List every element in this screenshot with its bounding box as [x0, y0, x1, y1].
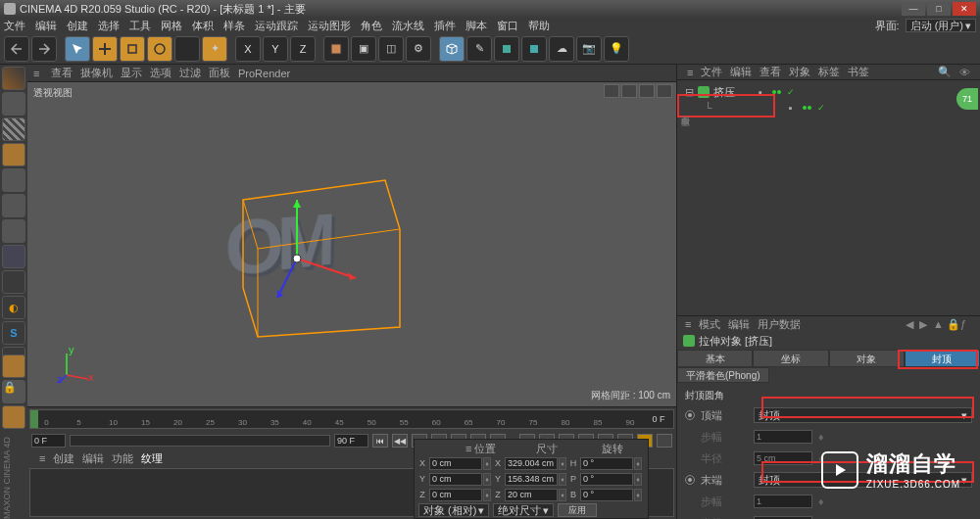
make-editable-icon[interactable] — [2, 67, 25, 90]
snap-icon[interactable]: S — [2, 321, 25, 345]
attr-fwd-icon[interactable]: ▶ — [919, 318, 931, 330]
texture-mode-icon[interactable] — [2, 118, 25, 141]
poly-mode-icon[interactable] — [2, 219, 25, 243]
mat-func[interactable]: 功能 — [112, 451, 133, 466]
render-region[interactable]: ◫ — [378, 36, 404, 62]
menu-select[interactable]: 选择 — [98, 19, 120, 33]
om-bookmarks[interactable]: 书签 — [848, 65, 869, 79]
apply-button[interactable]: 应用 — [558, 503, 597, 517]
timeline-ruler[interactable]: 051015202530354045505560657075808590 0 F — [29, 409, 674, 429]
viewport[interactable]: 透视视图 OM — [27, 82, 676, 406]
select-tool[interactable] — [65, 36, 90, 62]
pos-z[interactable] — [429, 489, 482, 501]
attr-userdata[interactable]: 用户数据 — [758, 317, 801, 332]
mat-create[interactable]: 创建 — [53, 451, 74, 466]
size-z[interactable] — [505, 489, 558, 501]
vp-nav-icon[interactable] — [604, 84, 619, 98]
environment-icon[interactable]: ☁ — [549, 36, 574, 62]
menu-spline[interactable]: 样条 — [223, 19, 245, 33]
goto-start-button[interactable]: ⏮ — [372, 434, 388, 448]
axis-y[interactable]: Y — [263, 36, 288, 62]
pos-x[interactable] — [429, 457, 482, 470]
rotate-tool[interactable] — [147, 36, 172, 62]
menu-file[interactable]: 文件 — [4, 19, 25, 33]
move-tool[interactable] — [92, 36, 118, 62]
start-steps[interactable] — [754, 430, 812, 444]
tab-coord[interactable]: 坐标 — [753, 350, 828, 367]
vp-panel[interactable]: 面板 — [209, 66, 230, 80]
grid-icon[interactable] — [2, 405, 25, 429]
camera-icon[interactable]: 📷 — [576, 36, 602, 62]
mat-texture[interactable]: 纹理 — [141, 451, 163, 466]
start-radius[interactable] — [754, 451, 812, 465]
render-view[interactable]: ▣ — [351, 36, 376, 62]
vp-prorender[interactable]: ProRender — [238, 68, 290, 79]
coord-mode-select[interactable]: 对象 (相对)▾ — [418, 503, 489, 517]
redo-button[interactable] — [31, 36, 57, 62]
vp-camera[interactable]: 摄像机 — [80, 66, 113, 80]
menu-window[interactable]: 窗口 — [497, 19, 518, 33]
render-settings[interactable]: ⚙ — [406, 36, 431, 62]
attr-lock-icon[interactable]: 🔒 — [947, 318, 958, 330]
minimize-button[interactable]: — — [902, 2, 925, 16]
menu-tools[interactable]: 工具 — [129, 19, 151, 33]
deformer-icon[interactable] — [521, 36, 547, 62]
radio-end[interactable] — [685, 475, 695, 485]
close-button[interactable]: ✕ — [953, 2, 976, 16]
spline-pen[interactable]: ✎ — [466, 36, 492, 62]
primitive-cube[interactable] — [439, 36, 465, 62]
tweak-icon[interactable]: ◐ — [2, 296, 25, 319]
mat-edit[interactable]: 编辑 — [82, 451, 104, 466]
undo-button[interactable] — [4, 36, 29, 62]
menu-char[interactable]: 角色 — [361, 19, 382, 33]
om-file[interactable]: 文件 — [701, 65, 722, 79]
menu-help[interactable]: 帮助 — [528, 19, 550, 33]
rot-h[interactable] — [580, 457, 633, 470]
notification-badge[interactable]: 71 — [956, 88, 978, 110]
vp-filter[interactable]: 过滤 — [179, 66, 201, 80]
om-tags[interactable]: 标签 — [818, 65, 840, 79]
light-icon[interactable]: 💡 — [604, 36, 629, 62]
menu-edit[interactable]: 编辑 — [35, 19, 57, 33]
tab-object[interactable]: 对象 — [829, 350, 905, 367]
vp-nav-icon[interactable] — [639, 84, 655, 98]
scale-tool[interactable] — [120, 36, 145, 62]
size-mode-select[interactable]: 绝对尺寸▾ — [493, 503, 554, 517]
tree-item-extrude[interactable]: ⊟ 挤压 ▪ ✓ — [681, 84, 976, 100]
coord-world[interactable] — [323, 36, 349, 62]
tab-basic[interactable]: 基本 — [677, 350, 753, 367]
axis-z[interactable]: Z — [290, 36, 316, 62]
frame-start[interactable] — [31, 434, 66, 448]
pos-y[interactable] — [429, 473, 482, 486]
maximize-button[interactable]: □ — [927, 2, 951, 16]
object-tree[interactable]: ⊟ 挤压 ▪ ✓ └ ▪ ✓ 空白面板 — [677, 80, 980, 315]
axis-x[interactable]: X — [235, 36, 261, 62]
cross-tool[interactable]: ✦ — [202, 36, 227, 62]
vp-display[interactable]: 显示 — [121, 66, 142, 80]
prev-key-button[interactable]: ◀◀ — [392, 434, 408, 448]
attr-back-icon[interactable]: ◀ — [906, 318, 917, 330]
tab-phong[interactable]: 平滑着色(Phong) — [677, 367, 769, 383]
size-y[interactable] — [505, 473, 558, 486]
rot-b[interactable] — [580, 489, 633, 501]
workplane-icon[interactable] — [2, 143, 25, 166]
attr-up-icon[interactable]: ▲ — [933, 318, 945, 330]
menu-mograph[interactable]: 运动图形 — [308, 19, 351, 33]
menu-pipeline[interactable]: 流水线 — [392, 19, 424, 33]
vp-nav-icon[interactable] — [657, 84, 672, 98]
om-object[interactable]: 对象 — [789, 65, 810, 79]
tree-item-child[interactable]: └ ▪ ✓ — [681, 100, 976, 116]
om-filter-icon[interactable]: 👁 — [959, 67, 970, 78]
om-search-icon[interactable]: 🔍 — [938, 66, 952, 78]
start-cap-select[interactable]: 封顶▾ — [754, 407, 972, 423]
om-view[interactable]: 查看 — [760, 65, 781, 79]
menu-script[interactable]: 脚本 — [466, 19, 487, 33]
attr-edit[interactable]: 编辑 — [728, 317, 750, 332]
menu-plugins[interactable]: 插件 — [434, 19, 456, 33]
frame-end[interactable] — [334, 434, 368, 448]
floor-icon[interactable] — [2, 354, 25, 378]
menu-volume[interactable]: 体积 — [192, 19, 214, 33]
attr-mode[interactable]: 模式 — [699, 317, 720, 332]
vp-nav-icon[interactable] — [621, 84, 637, 98]
radio-start[interactable] — [685, 410, 695, 420]
